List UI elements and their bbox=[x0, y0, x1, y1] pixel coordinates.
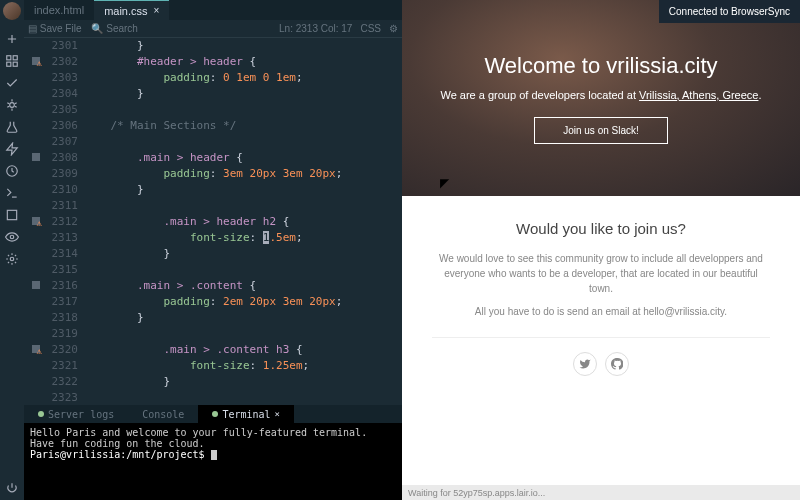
bolt-icon[interactable] bbox=[0, 138, 24, 160]
editor-pane: index.htmlmain.css× ▤ Save File 🔍 Search… bbox=[24, 0, 402, 500]
check-icon[interactable] bbox=[0, 72, 24, 94]
svg-point-10 bbox=[10, 257, 14, 261]
terminal-cursor bbox=[211, 450, 217, 460]
panel-tab-server-logs[interactable]: Server logs bbox=[24, 405, 128, 423]
clock-icon[interactable] bbox=[0, 160, 24, 182]
social-links bbox=[432, 352, 770, 376]
github-icon[interactable] bbox=[605, 352, 629, 376]
svg-rect-8 bbox=[7, 210, 16, 219]
join-text-2: All you have to do is send an email at h… bbox=[432, 304, 770, 319]
apps-icon[interactable] bbox=[0, 50, 24, 72]
terminal-line: Have fun coding on the cloud. bbox=[30, 438, 396, 449]
browsersync-badge: Connected to BrowserSync bbox=[659, 0, 800, 23]
settings-icon[interactable]: ⚙ bbox=[389, 23, 398, 34]
join-text-1: We would love to see this community grow… bbox=[432, 251, 770, 296]
terminal-prompt: Paris@vrilissia:/mnt/project$ bbox=[30, 449, 211, 460]
divider bbox=[432, 337, 770, 338]
search-button[interactable]: 🔍 Search bbox=[91, 23, 137, 34]
svg-point-4 bbox=[10, 103, 15, 108]
power-icon[interactable] bbox=[0, 478, 24, 500]
mouse-cursor: ◤ bbox=[440, 176, 449, 190]
terminal-icon[interactable] bbox=[0, 182, 24, 204]
join-section: Would you like to join us? We would love… bbox=[402, 196, 800, 485]
twitter-icon[interactable] bbox=[573, 352, 597, 376]
join-slack-button[interactable]: Join us on Slack! bbox=[534, 117, 668, 144]
bottom-panel: Server logsConsoleTerminal× Hello Paris … bbox=[24, 405, 402, 500]
code-editor[interactable]: 23012302⚠2303230423052306230723082309231… bbox=[24, 38, 402, 405]
cursor-position: Ln: 2313 Col: 17 bbox=[279, 23, 352, 34]
close-icon[interactable]: × bbox=[154, 5, 160, 16]
hero-section: Welcome to vrilissia.city We are a group… bbox=[402, 0, 800, 196]
browser-status-bar: Waiting for 52yp75sp.apps.lair.io... bbox=[402, 485, 800, 500]
avatar[interactable] bbox=[3, 2, 21, 20]
svg-rect-0 bbox=[7, 56, 11, 60]
tab-index-html[interactable]: index.html bbox=[24, 0, 94, 20]
eye-icon[interactable] bbox=[0, 226, 24, 248]
svg-marker-5 bbox=[7, 143, 18, 155]
svg-rect-2 bbox=[7, 62, 11, 66]
editor-tabs: index.htmlmain.css× bbox=[24, 0, 402, 20]
terminal[interactable]: Hello Paris and welcome to your fully-fe… bbox=[24, 423, 402, 500]
panel-tab-terminal[interactable]: Terminal× bbox=[198, 405, 294, 423]
activity-bar bbox=[0, 0, 24, 500]
square-icon[interactable] bbox=[0, 204, 24, 226]
plus-icon[interactable] bbox=[0, 28, 24, 50]
svg-rect-1 bbox=[13, 56, 17, 60]
tab-main-css[interactable]: main.css× bbox=[94, 0, 169, 20]
beaker-icon[interactable] bbox=[0, 116, 24, 138]
svg-point-9 bbox=[10, 235, 14, 239]
panel-tabs: Server logsConsoleTerminal× bbox=[24, 405, 402, 423]
svg-rect-3 bbox=[13, 62, 17, 66]
terminal-line: Hello Paris and welcome to your fully-fe… bbox=[30, 427, 396, 438]
panel-tab-console[interactable]: Console bbox=[128, 405, 198, 423]
save-file-button[interactable]: ▤ Save File bbox=[28, 23, 81, 34]
join-title: Would you like to join us? bbox=[432, 220, 770, 237]
editor-toolbar: ▤ Save File 🔍 Search Ln: 2313 Col: 17 CS… bbox=[24, 20, 402, 38]
hero-title: Welcome to vrilissia.city bbox=[484, 53, 717, 79]
browser-preview: Connected to BrowserSync ◤ Welcome to vr… bbox=[402, 0, 800, 500]
bug-icon[interactable] bbox=[0, 94, 24, 116]
gear-icon[interactable] bbox=[0, 248, 24, 270]
close-icon[interactable]: × bbox=[275, 409, 280, 419]
language-mode[interactable]: CSS bbox=[360, 23, 381, 34]
hero-subtitle: We are a group of developers located at … bbox=[440, 89, 761, 101]
